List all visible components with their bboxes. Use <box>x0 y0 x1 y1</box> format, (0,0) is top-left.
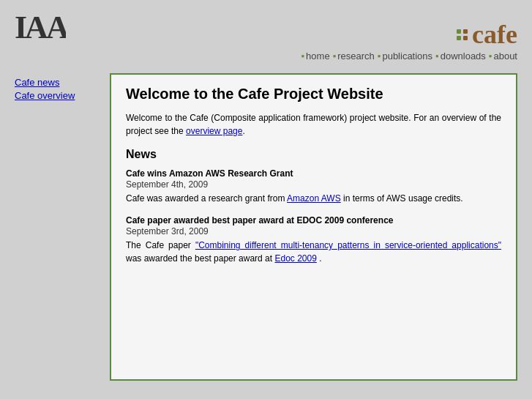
nav-dot-publications: ▪ <box>378 51 381 61</box>
sidebar-link-overview[interactable]: Cafe overview <box>15 90 110 101</box>
news-body-after-2: . <box>319 253 321 264</box>
cafe-text: cafe <box>472 21 517 48</box>
nav-label-publications: publications <box>382 51 432 61</box>
header: IAAS cafe <box>0 0 532 48</box>
news-body-1: Cafe was awarded a research grant from A… <box>126 192 501 205</box>
nav-label-about: about <box>493 51 517 61</box>
nav-item-research[interactable]: ▪research <box>333 51 375 61</box>
news-item-1: Cafe wins Amazon AWS Research Grant Sept… <box>126 168 501 205</box>
news-body-before-1: Cafe was awarded a research grant from <box>126 193 285 204</box>
dot3 <box>457 36 461 40</box>
news-body-2: The Cafe paper "Combining different mult… <box>126 239 501 265</box>
svg-text:IAAS: IAAS <box>15 10 66 44</box>
main-content: Welcome to the Cafe Project Website Welc… <box>110 73 517 381</box>
cafe-dots <box>457 29 468 40</box>
waas-logo: IAAS <box>15 7 66 48</box>
intro-paragraph: Welcome to the Cafe (Composite applicati… <box>126 111 501 138</box>
news-body-before-2: The Cafe paper <box>126 240 191 250</box>
news-body-after-1: in terms of AWS usage credits. <box>343 193 463 204</box>
news-section-title: News <box>126 148 501 161</box>
news-item-2: Cafe paper awarded best paper award at E… <box>126 215 501 265</box>
dot2 <box>463 29 468 34</box>
overview-link[interactable]: overview page <box>186 126 242 136</box>
sidebar: Cafe news Cafe overview <box>15 73 110 381</box>
news-headline-2: Cafe paper awarded best paper award at E… <box>126 215 501 225</box>
nav-item-home[interactable]: ▪home <box>301 51 329 61</box>
nav-label-downloads: downloads <box>441 51 486 61</box>
nav-item-downloads[interactable]: ▪downloads <box>435 51 486 61</box>
page-title: Welcome to the Cafe Project Website <box>126 86 501 102</box>
nav-dot-downloads: ▪ <box>435 51 439 61</box>
nav-label-research: research <box>337 51 375 61</box>
news-date-1: September 4th, 2009 <box>126 179 501 190</box>
news-date-2: September 3rd, 2009 <box>126 226 501 236</box>
edoc-link[interactable]: Edoc 2009 <box>274 253 316 264</box>
nav-dot-research: ▪ <box>333 51 337 61</box>
dot1 <box>457 29 461 34</box>
nav-item-about[interactable]: ▪about <box>489 51 517 61</box>
news-body-middle-2: was awarded the best paper award at <box>126 253 272 264</box>
nav-item-publications[interactable]: ▪publications <box>378 51 432 61</box>
navigation: ▪home▪research▪publications▪downloads▪ab… <box>0 48 532 66</box>
paper-link[interactable]: "Combining different multi-tenancy patte… <box>195 240 501 250</box>
dot4 <box>463 36 468 40</box>
intro-text: Welcome to the Cafe (Composite applicati… <box>126 113 501 136</box>
cafe-logo: cafe <box>457 21 517 48</box>
content-area: Cafe news Cafe overview Welcome to the C… <box>0 66 532 395</box>
news-headline-1: Cafe wins Amazon AWS Research Grant <box>126 168 501 179</box>
nav-dot-about: ▪ <box>489 51 492 61</box>
sidebar-link-news[interactable]: Cafe news <box>15 77 110 88</box>
nav-label-home: home <box>306 51 330 61</box>
amazon-aws-link[interactable]: Amazon AWS <box>287 193 341 204</box>
nav-dot-home: ▪ <box>301 51 304 61</box>
